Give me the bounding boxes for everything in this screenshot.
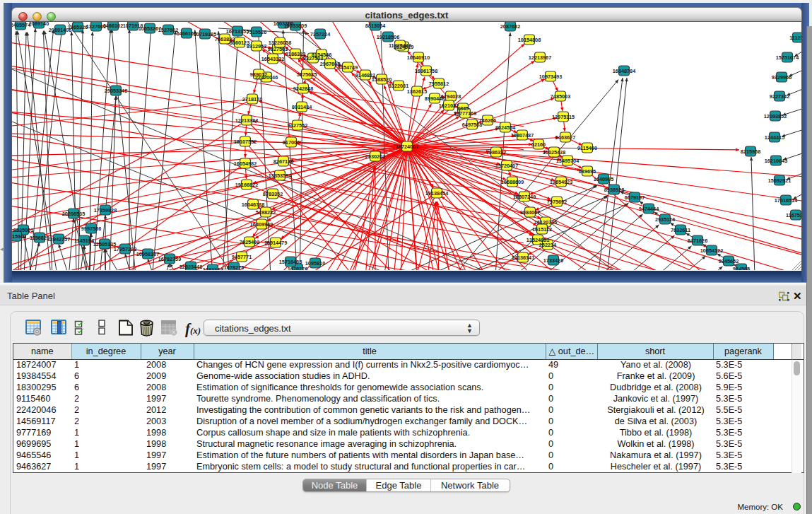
svg-text:10654122: 10654122 (700, 247, 723, 254)
svg-text:2718170: 2718170 (242, 96, 262, 103)
svg-text:29053346: 29053346 (105, 88, 127, 94)
svg-text:10025438: 10025438 (543, 149, 565, 156)
svg-text:8215958: 8215958 (741, 148, 760, 155)
svg-text:9227342: 9227342 (770, 93, 789, 100)
svg-text:10807487: 10807487 (511, 132, 534, 139)
svg-text:6679197: 6679197 (625, 194, 645, 201)
svg-text:8454749: 8454749 (338, 64, 358, 71)
svg-text:19166822: 19166822 (235, 182, 258, 188)
svg-text:8938928: 8938928 (604, 187, 624, 193)
svg-text:111254: 111254 (789, 35, 801, 41)
svg-text:9474444: 9474444 (639, 206, 659, 212)
svg-text:1282344: 1282344 (203, 267, 223, 271)
svg-text:20206535: 20206535 (62, 211, 85, 217)
svg-text:15720407: 15720407 (495, 163, 518, 169)
svg-text:9242848: 9242848 (293, 86, 313, 92)
svg-text:9115460: 9115460 (577, 145, 597, 151)
svg-text:16914479: 16914479 (264, 240, 287, 246)
svg-text:10154808: 10154808 (518, 37, 541, 43)
svg-text:19777169: 19777169 (454, 110, 476, 117)
svg-text:16033809: 16033809 (284, 23, 307, 29)
svg-text:12942757: 12942757 (47, 236, 70, 243)
svg-text:1095810: 1095810 (305, 260, 325, 267)
svg-text:13226058: 13226058 (269, 40, 291, 46)
svg-text:9245652: 9245652 (719, 258, 739, 264)
svg-text:9463627: 9463627 (555, 134, 575, 141)
svg-text:2935114: 2935114 (655, 216, 676, 223)
svg-text:15716485: 15716485 (279, 259, 302, 265)
svg-text:8471626: 8471626 (688, 238, 707, 244)
svg-text:13495704: 13495704 (556, 158, 579, 164)
svg-text:8813054: 8813054 (365, 23, 386, 29)
svg-text:19138454: 19138454 (425, 190, 449, 197)
svg-text:7975692: 7975692 (547, 199, 567, 205)
svg-text:252214: 252214 (539, 242, 557, 248)
svg-text:1640995: 1640995 (594, 176, 613, 182)
svg-text:7955812: 7955812 (429, 81, 449, 87)
svg-text:18724007: 18724007 (396, 144, 418, 150)
svg-text:6794028: 6794028 (441, 93, 461, 100)
svg-text:8912953: 8912953 (247, 43, 266, 49)
svg-text:16782759: 16782759 (158, 256, 181, 262)
svg-text:8322031: 8322031 (389, 83, 408, 89)
svg-text:5875685: 5875685 (297, 71, 317, 78)
svg-text:12213383: 12213383 (235, 117, 258, 124)
svg-text:689695: 689695 (579, 168, 596, 175)
svg-text:16046788: 16046788 (242, 201, 264, 208)
svg-text:11325419: 11325419 (389, 42, 411, 49)
svg-text:924565: 924565 (733, 266, 750, 271)
svg-text:10719185: 10719185 (194, 31, 216, 37)
svg-text:12213967: 12213967 (529, 54, 551, 61)
svg-text:1065326: 1065326 (68, 24, 88, 30)
svg-text:17016514: 17016514 (775, 197, 798, 204)
svg-text:8031434: 8031434 (292, 104, 312, 110)
svg-text:62160: 62160 (531, 141, 546, 148)
svg-text:7485003: 7485003 (551, 93, 570, 100)
svg-text:16961758: 16961758 (415, 68, 437, 74)
svg-text:6466102: 6466102 (103, 23, 123, 29)
svg-text:10688609: 10688609 (501, 179, 524, 185)
svg-text:12505135: 12505135 (93, 241, 116, 247)
svg-text:1362615: 1362615 (407, 88, 427, 95)
svg-text:8154546: 8154546 (312, 52, 331, 58)
svg-text:2087682: 2087682 (500, 23, 520, 30)
svg-text:16107552: 16107552 (234, 139, 257, 145)
svg-text:19654923: 19654923 (550, 179, 572, 185)
svg-text:8267130: 8267130 (273, 158, 293, 165)
svg-text:9329966: 9329966 (772, 74, 792, 81)
svg-text:16640910: 16640910 (407, 54, 430, 61)
svg-text:1527602: 1527602 (158, 27, 178, 33)
svg-text:14136141: 14136141 (512, 255, 534, 261)
svg-text:1678275: 1678275 (224, 264, 244, 271)
svg-text:8783352: 8783352 (263, 191, 283, 197)
svg-text:2930202: 2930202 (365, 153, 385, 160)
svg-text:989012: 989012 (250, 71, 267, 78)
svg-text:1145194: 1145194 (74, 238, 95, 244)
svg-text:1588520: 1588520 (372, 76, 392, 83)
svg-text:12975115: 12975115 (552, 114, 575, 120)
svg-text:16648784: 16648784 (613, 68, 636, 74)
svg-text:15751074: 15751074 (776, 54, 799, 61)
svg-text:13353594: 13353594 (269, 173, 292, 179)
svg-text:7986322: 7986322 (486, 149, 506, 156)
svg-text:7515526: 7515526 (247, 29, 266, 35)
svg-text:15692921: 15692921 (768, 177, 791, 184)
svg-text:16409949: 16409949 (250, 221, 273, 228)
svg-text:7632611: 7632611 (671, 227, 690, 233)
svg-text:1733426: 1733426 (543, 257, 563, 264)
svg-text:12823448: 12823448 (180, 264, 202, 270)
svg-text:1621022: 1621022 (439, 103, 459, 109)
svg-text:1615112: 1615112 (532, 226, 552, 233)
svg-text:12093852: 12093852 (764, 113, 787, 119)
svg-text:3915941: 3915941 (12, 233, 26, 240)
svg-text:9997586: 9997586 (81, 226, 101, 232)
svg-text:9457771: 9457771 (232, 254, 252, 260)
svg-text:16210643: 16210643 (765, 158, 787, 164)
svg-text:7625402: 7625402 (240, 239, 259, 245)
svg-text:9084067: 9084067 (520, 209, 540, 216)
svg-text:19218506: 19218506 (377, 34, 399, 40)
svg-text:5498222: 5498222 (256, 209, 276, 216)
svg-text:6497568: 6497568 (462, 122, 482, 128)
svg-text:7357224: 7357224 (310, 31, 331, 37)
svg-text:16054982: 16054982 (234, 160, 257, 167)
